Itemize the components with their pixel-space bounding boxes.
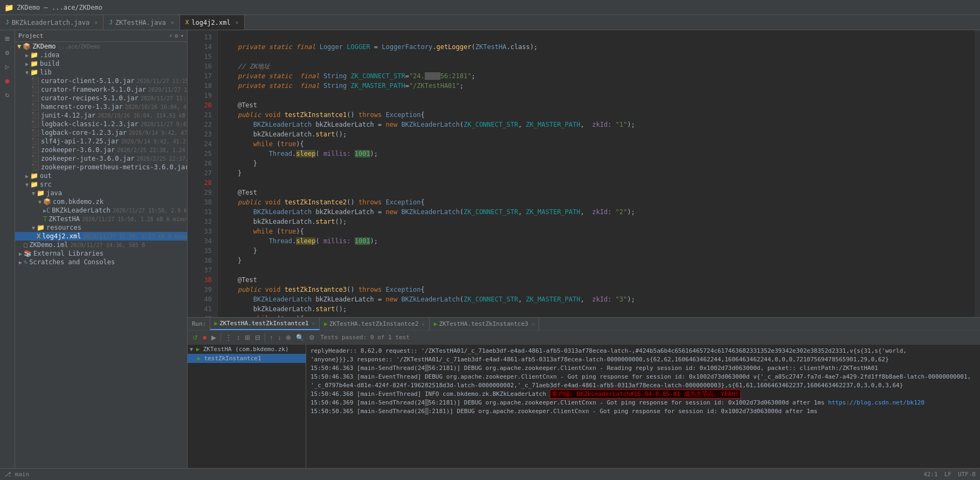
tree-root[interactable]: ▼ 📦 ZKDemo ...ace/ZKDemo	[15, 42, 187, 51]
tool-btn-2[interactable]: ⚙	[2, 46, 13, 58]
tab-zktest[interactable]: J ZKTestHA.java ✕	[103, 15, 180, 30]
tree-jar-2[interactable]: ⬛ curator-framework-5.1.0.jar 2020/11/27…	[15, 85, 187, 94]
folder-icon: 📁	[30, 60, 38, 67]
run-right[interactable]: replyHeader:: 8,62,0 request:: '/ZKTestH…	[306, 345, 980, 468]
tool-btn-5[interactable]: ↻	[2, 88, 13, 100]
tree-package[interactable]: ▼ 📦 com.bkdemo.zk	[15, 197, 187, 206]
gear-icon[interactable]: ▾	[180, 32, 184, 39]
folder-expand-icon: ▶	[17, 259, 24, 265]
next-fail-btn[interactable]: ↓	[276, 333, 282, 342]
run-tab-2[interactable]: ▶ ZKTestHA.testZkInstantce2 ✕	[320, 318, 430, 330]
tree-jar-6[interactable]: ⬛ logback-classic-1.2.3.jar 2020/11/27 9…	[15, 120, 187, 128]
tool-btn-3[interactable]: ▷	[2, 60, 13, 72]
tree-idea[interactable]: ▶ 📁 .idea	[15, 51, 187, 59]
tree-build[interactable]: ▶ 📁 build	[15, 59, 187, 68]
tab-label: log4j2.xml	[191, 19, 230, 26]
code-content[interactable]: private static final Logger LOGGER = Log…	[218, 30, 975, 317]
zktest-meta: 2020/11/27 15:50, 1.28 kB A minute a	[82, 216, 187, 222]
tree-scratches[interactable]: ▶ ✎ Scratches and Consoles	[15, 258, 187, 266]
resources-label: resources	[46, 224, 81, 231]
sidebar: Project ⚡ ⚙ ▾ ▼ 📦 ZKDemo ...ace/ZKDemo ▶…	[15, 30, 188, 468]
export-btn[interactable]: ⊕	[284, 333, 293, 342]
package-icon: 📦	[43, 198, 51, 205]
tree-log4j[interactable]: X log4j2.xml 2020/11/27 15:39, 2.23 kB 9…	[15, 232, 187, 241]
sidebar-header: Project ⚡ ⚙ ▾	[15, 30, 187, 42]
tab-close-icon[interactable]: ✕	[171, 19, 174, 25]
run-tab-3[interactable]: ▶ ZKTestHA.testZkInstantce3 ✕	[430, 318, 540, 330]
tree-resources[interactable]: ▼ 📁 resources	[15, 223, 187, 232]
tab-close-icon[interactable]: ✕	[236, 19, 239, 25]
bottom-run-tabs: Run: ▶ ZKTestHA.testZkInstantce1 ✕ ▶ ZKT…	[188, 318, 980, 331]
jar-meta: 2020/11/27 11:10, 324.2B	[148, 87, 187, 93]
expand-btn[interactable]: ⊞	[243, 333, 252, 342]
jar-meta: 2020/2/25 22:38, 1.24 MB	[117, 147, 187, 153]
tree-java[interactable]: ▼ 📁 java	[15, 189, 187, 197]
jar-label: curator-framework-5.1.0.jar	[41, 86, 146, 93]
jar-label: logback-core-1.2.3.jar	[41, 129, 127, 136]
tree-zktest[interactable]: T ZKTestHA 2020/11/27 15:50, 1.28 kB A m…	[15, 215, 187, 223]
folder-expand-icon: ▼	[24, 182, 30, 188]
left-gutter	[188, 30, 197, 317]
tab-close-icon[interactable]: ✕	[94, 19, 98, 25]
tab-log4j[interactable]: X log4j2.xml ✕	[180, 15, 245, 30]
tree-jar-7[interactable]: ⬛ logback-core-1.2.3.jar 2020/9/14 9:42,…	[15, 128, 187, 137]
bkzk-meta: 2020/11/27 15:50, 2.9 kB A m	[113, 208, 187, 214]
settings-icon[interactable]: ⚙	[175, 32, 178, 39]
build-label: build	[40, 60, 59, 67]
tab-label: ZKTestHA.java	[115, 19, 166, 26]
sync-icon[interactable]: ⚡	[169, 32, 172, 39]
root-icon: 📦	[23, 43, 31, 50]
run-test-icon: ▶	[197, 355, 201, 362]
jar-icon: ⬛	[31, 155, 39, 162]
tree-zkdemo-iml[interactable]: □ ZKDemo.iml 2020/11/27 14:36, 585 B	[15, 241, 187, 249]
folder-expand-icon: ▼	[30, 190, 37, 196]
filter-btn[interactable]: ⋮	[224, 333, 233, 342]
run-tab-close-1[interactable]: ✕	[312, 321, 315, 326]
java-icon: J	[5, 19, 9, 26]
iml-meta: 2020/11/27 14:36, 585 B	[70, 242, 144, 248]
src-label: src	[40, 181, 52, 188]
tree-jar-8[interactable]: ⬛ slf4j-api-1.7.25.jar 2020/9/14 9:42, 4…	[15, 137, 187, 146]
main-area: ≡ ⚙ ▷ ● ↻ Project ⚡ ⚙ ▾ ▼ 📦 ZKDemo ...ac…	[0, 30, 980, 468]
tree-jar-10[interactable]: ⬛ zookeeper-jute-3.6.0.jar 2020/2/25 22:…	[15, 154, 187, 163]
tree-jar-9[interactable]: ⬛ zookeeper-3.6.0.jar 2020/2/25 22:38, 1…	[15, 146, 187, 154]
tree-ext-lib[interactable]: ▶ 📚 External Libraries	[15, 249, 187, 258]
jar-icon: ⬛	[31, 103, 39, 111]
jar-meta: 2020/11/27 11:11, 315.12 kB	[141, 95, 187, 101]
run-toolbar: ↺ ■ ▶ ⋮ ↕ ⊞ ⊟ ↑ ↓ ⊕ 🔍 ⚙ Tests passed: 0 …	[188, 331, 980, 345]
search-btn[interactable]: 🔍	[294, 333, 306, 342]
tree-src[interactable]: ▼ 📁 src	[15, 180, 187, 189]
collapse-btn[interactable]: ⊟	[253, 333, 262, 342]
prev-fail-btn[interactable]: ↑	[268, 333, 274, 342]
tree-jar-5[interactable]: ⬛ junit-4.12.jar 2020/10/26 16:04, 314.9…	[15, 111, 187, 120]
status-bar: ⎇ main 42:1 LF UTF-8	[0, 468, 980, 480]
tree-jar-3[interactable]: ⬛ curator-recipes-5.1.0.jar 2020/11/27 1…	[15, 94, 187, 102]
run-tab-close-3[interactable]: ✕	[532, 321, 534, 327]
tool-btn-1[interactable]: ≡	[2, 32, 13, 44]
resume-btn[interactable]: ▶	[210, 333, 218, 342]
run-tree-test1[interactable]: ▶ testZkInstantce1	[188, 354, 306, 363]
iml-label: ZKDemo.iml	[29, 241, 68, 249]
tree-out[interactable]: ▶ 📁 out	[15, 172, 187, 180]
run-tab-1-label: ZKTestHA.testZkInstantce1	[219, 320, 309, 327]
sort-btn[interactable]: ↕	[235, 333, 241, 342]
tool-btn-4[interactable]: ●	[2, 74, 13, 86]
folder-icon: 📁	[30, 181, 38, 188]
jar-meta: 2020/10/26 16:04, 314.93 kB	[98, 113, 185, 119]
tree-lib[interactable]: ▼ 📁 lib	[15, 68, 187, 77]
restart-btn[interactable]: ↺	[191, 333, 199, 342]
tree-bkzk[interactable]: ▶ C BKZkLeaderLatch 2020/11/27 15:50, 2.…	[15, 206, 187, 215]
tree-jar-1[interactable]: ⬛ curator-client-5.1.0.jar 2020/11/27 11…	[15, 77, 187, 85]
jar-label: zookeeper-prometheus-metrics-3.6.0.jar	[41, 163, 187, 171]
run-tab-1[interactable]: ▶ ZKTestHA.testZkInstantce1 ✕	[210, 318, 320, 330]
run-tab-close-2[interactable]: ✕	[422, 321, 424, 327]
tree-jar-4[interactable]: ⬛ hamcrest-core-1.3.jar 2020/10/26 16:04…	[15, 102, 187, 111]
settings-btn[interactable]: ⚙	[307, 333, 316, 342]
right-gutter	[975, 30, 980, 317]
stop-btn[interactable]: ■	[201, 333, 208, 342]
tab-bkzk[interactable]: J BKZkLeaderLatch.java ✕	[0, 15, 103, 30]
idea-label: .idea	[40, 51, 59, 59]
tree-jar-11[interactable]: ⬛ zookeeper-prometheus-metrics-3.6.0.jar…	[15, 163, 187, 172]
out-label: out	[40, 172, 52, 180]
run-tree-root[interactable]: ▼ ▶ ZKTestHA (com.bkdemo.zk)	[188, 345, 306, 354]
